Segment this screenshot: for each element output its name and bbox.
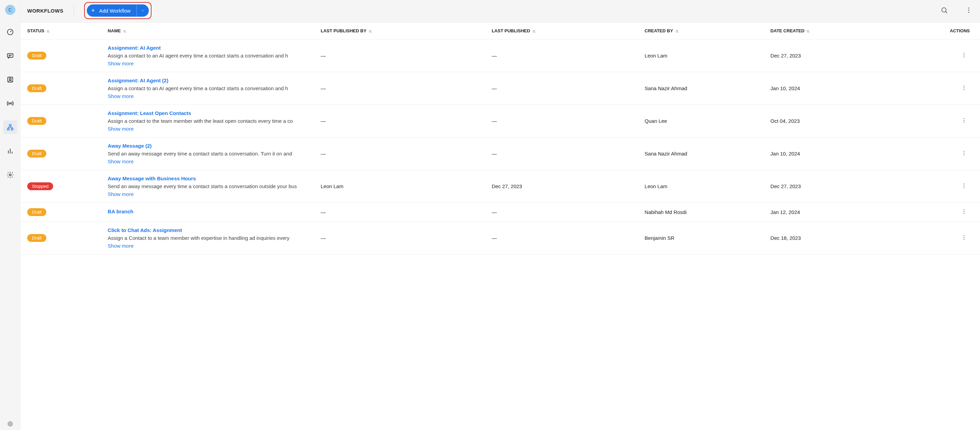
date-created: Jan 12, 2024 — [767, 202, 909, 222]
date-created: Oct 04, 2023 — [767, 105, 909, 137]
show-more-link[interactable]: Show more — [108, 159, 313, 164]
table-row: DraftAssignment: AI Agent (2)Assign a co… — [21, 72, 980, 105]
workflow-name-link[interactable]: Click to Chat Ads: Assignment — [108, 227, 313, 233]
created-by: Sana Nazir Ahmad — [641, 137, 767, 170]
search-button[interactable] — [940, 6, 949, 14]
workflow-name-link[interactable]: Assignment: AI Agent — [108, 45, 313, 51]
more-menu-button[interactable] — [965, 6, 973, 14]
col-created-by[interactable]: CREATED BY — [641, 23, 767, 39]
row-actions-menu[interactable] — [960, 208, 967, 216]
workflow-name-link[interactable]: Away Message with Business Hours — [108, 176, 313, 181]
svg-point-14 — [964, 54, 964, 55]
sort-icon — [675, 29, 680, 34]
created-by: Leon Lam — [641, 170, 767, 202]
workflow-description: Assign a contact to an AI agent every ti… — [108, 53, 288, 59]
show-more-link[interactable]: Show more — [108, 93, 313, 99]
col-actions: ACTIONS — [909, 23, 980, 39]
created-by: Benjamin SR — [641, 222, 767, 254]
row-actions-menu[interactable] — [960, 117, 967, 124]
date-created: Dec 18, 2023 — [767, 222, 909, 254]
svg-point-8 — [9, 174, 11, 176]
col-date-created[interactable]: DATE CREATED — [767, 23, 909, 39]
status-badge: Stopped — [27, 182, 53, 190]
search-icon — [940, 6, 948, 14]
last-published: — — [488, 39, 641, 72]
show-more-link[interactable]: Show more — [108, 191, 313, 197]
col-last-published[interactable]: LAST PUBLISHED — [488, 23, 641, 39]
svg-point-13 — [964, 53, 964, 53]
broadcast-icon — [6, 99, 14, 108]
nav-messages[interactable] — [3, 49, 17, 63]
col-status[interactable]: STATUS — [21, 23, 104, 39]
date-created: Jan 10, 2024 — [767, 72, 909, 105]
date-created: Dec 27, 2023 — [767, 170, 909, 202]
nav-dashboard[interactable] — [3, 25, 17, 39]
table-row: DraftClick to Chat Ads: AssignmentAssign… — [21, 222, 980, 254]
col-last-published-by[interactable]: LAST PUBLISHED BY — [317, 23, 488, 39]
svg-point-28 — [964, 209, 964, 210]
vertical-dots-icon — [961, 208, 967, 215]
show-more-link[interactable]: Show more — [108, 60, 313, 66]
user-avatar-bottom[interactable] — [8, 421, 13, 427]
created-by: Quan Lee — [641, 105, 767, 137]
row-actions-menu[interactable] — [960, 235, 967, 241]
workflow-name-link[interactable]: BA branch — [108, 208, 313, 214]
nav-workflows[interactable] — [3, 121, 17, 134]
sort-icon — [807, 29, 811, 34]
table-row: DraftAssignment: Least Open ContactsAssi… — [21, 105, 980, 137]
svg-point-29 — [964, 211, 964, 212]
show-more-link[interactable]: Show more — [108, 243, 313, 249]
gear-icon — [6, 171, 14, 179]
sort-icon — [123, 29, 128, 34]
last-published: — — [488, 105, 641, 137]
row-actions-menu[interactable] — [960, 150, 967, 157]
plus-icon: + — [87, 7, 99, 14]
nav-reports[interactable] — [3, 144, 17, 158]
workflow-name-link[interactable]: Away Message (2) — [108, 143, 313, 149]
svg-point-15 — [964, 57, 964, 57]
svg-point-17 — [964, 87, 964, 88]
vertical-dots-icon — [961, 117, 967, 124]
add-workflow-dropdown[interactable] — [137, 5, 149, 17]
nav-broadcast[interactable] — [3, 97, 17, 110]
last-published: Dec 27, 2023 — [488, 170, 641, 202]
divider — [73, 5, 74, 17]
svg-point-30 — [964, 213, 964, 214]
row-actions-menu[interactable] — [960, 85, 967, 92]
add-workflow-highlight: + Add Workflow — [84, 2, 151, 19]
status-badge: Draft — [27, 234, 46, 242]
bar-chart-icon — [6, 147, 14, 155]
org-avatar[interactable]: C — [5, 5, 15, 15]
workflow-name-link[interactable]: Assignment: AI Agent (2) — [108, 78, 313, 83]
col-name[interactable]: NAME — [104, 23, 317, 39]
sort-icon — [368, 29, 373, 34]
nav-settings[interactable] — [3, 168, 17, 182]
main-area: WORKFLOWS + Add Workflow — [21, 0, 980, 430]
workflow-name-link[interactable]: Assignment: Least Open Contacts — [108, 110, 313, 116]
created-by: Nabihah Md Rosdi — [641, 202, 767, 222]
svg-point-18 — [964, 89, 964, 90]
svg-rect-6 — [7, 129, 9, 130]
svg-point-16 — [964, 86, 964, 86]
chevron-down-icon — [141, 8, 145, 13]
row-actions-menu[interactable] — [960, 182, 967, 190]
row-actions-menu[interactable] — [960, 52, 967, 59]
workflow-description: Assign a contact to an AI agent every ti… — [108, 86, 288, 91]
svg-point-9 — [942, 8, 946, 12]
svg-rect-1 — [7, 54, 13, 57]
topbar: WORKFLOWS + Add Workflow — [21, 0, 980, 21]
status-badge: Draft — [27, 208, 46, 216]
nav-contacts[interactable] — [3, 73, 17, 86]
last-published: — — [488, 137, 641, 170]
last-published-by: — — [317, 222, 488, 254]
svg-point-25 — [964, 183, 964, 184]
show-more-link[interactable]: Show more — [108, 126, 313, 132]
last-published-by: — — [317, 202, 488, 222]
vertical-dots-icon — [961, 182, 967, 189]
svg-point-27 — [964, 187, 964, 188]
svg-point-11 — [968, 10, 969, 11]
add-workflow-button[interactable]: + Add Workflow — [87, 5, 149, 17]
workflow-description: Assign a contact to the team member with… — [108, 118, 293, 124]
svg-point-31 — [964, 235, 964, 236]
created-by: Sana Nazir Ahmad — [641, 72, 767, 105]
